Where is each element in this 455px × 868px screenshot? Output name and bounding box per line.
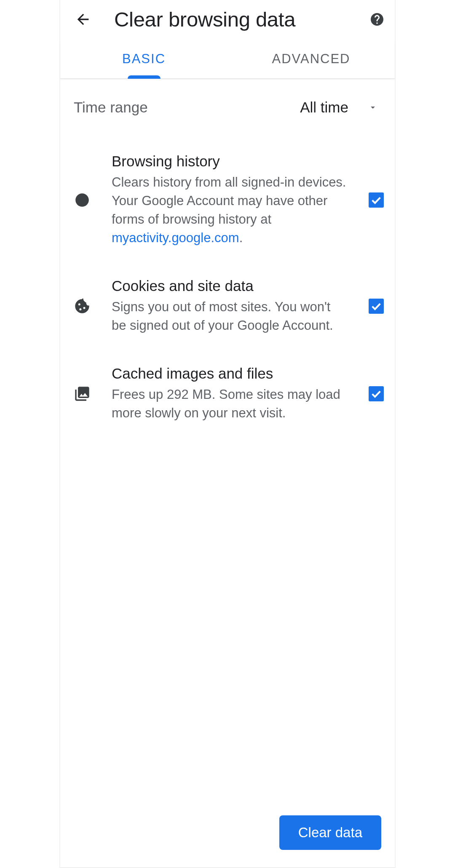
option-cookies[interactable]: Cookies and site data Signs you out of m…	[60, 262, 395, 350]
option-desc: Frees up 292 MB. Some sites may load mor…	[112, 385, 348, 422]
option-text: Cookies and site data Signs you out of m…	[112, 278, 348, 335]
page-title: Clear browsing data	[114, 8, 348, 31]
arrow-left-icon	[75, 11, 91, 28]
history-icon	[74, 192, 91, 208]
option-text: Browsing history Clears history from all…	[112, 153, 348, 247]
bottom-bar: Clear data	[60, 815, 395, 868]
tab-basic[interactable]: BASIC	[60, 40, 228, 78]
tab-advanced[interactable]: ADVANCED	[228, 40, 395, 78]
myactivity-link[interactable]: myactivity.google.com	[112, 230, 239, 245]
check-icon	[370, 300, 382, 312]
image-stack-icon	[74, 385, 91, 402]
time-range-label: Time range	[74, 99, 148, 116]
option-desc: Signs you out of most sites. You won't b…	[112, 298, 348, 335]
check-icon	[370, 388, 382, 400]
option-browsing-history[interactable]: Browsing history Clears history from all…	[60, 138, 395, 262]
tabs: BASIC ADVANCED	[60, 40, 395, 79]
option-title: Browsing history	[112, 153, 348, 170]
time-range-select[interactable]: All time	[300, 99, 378, 116]
header: Clear browsing data	[60, 0, 395, 40]
time-range-row: Time range All time	[60, 79, 395, 138]
time-range-value: All time	[300, 99, 348, 116]
option-desc: Clears history from all signed-in device…	[112, 173, 348, 247]
checkbox-browsing-history[interactable]	[369, 192, 384, 208]
option-title: Cached images and files	[112, 365, 348, 382]
help-icon	[369, 12, 385, 27]
clear-data-button[interactable]: Clear data	[279, 815, 381, 850]
check-icon	[370, 194, 382, 206]
back-button[interactable]	[73, 9, 93, 29]
option-text: Cached images and files Frees up 292 MB.…	[112, 365, 348, 422]
option-cached[interactable]: Cached images and files Frees up 292 MB.…	[60, 350, 395, 438]
chevron-down-icon	[368, 102, 378, 112]
option-title: Cookies and site data	[112, 278, 348, 294]
checkbox-cached[interactable]	[369, 386, 384, 401]
help-button[interactable]	[369, 11, 385, 28]
checkbox-cookies[interactable]	[369, 299, 384, 314]
cookie-icon	[74, 298, 91, 315]
